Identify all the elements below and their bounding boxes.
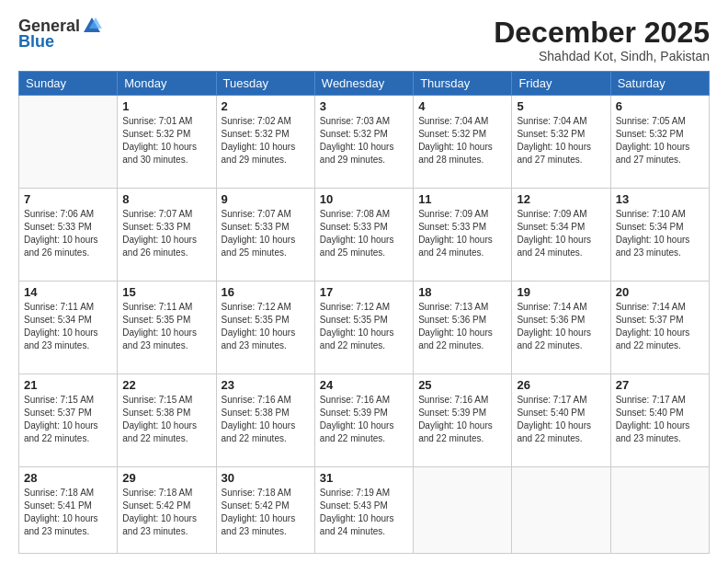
calendar-cell: 19Sunrise: 7:14 AM Sunset: 5:36 PM Dayli… xyxy=(512,282,610,374)
calendar-cell: 17Sunrise: 7:12 AM Sunset: 5:35 PM Dayli… xyxy=(314,282,413,374)
day-number: 13 xyxy=(616,192,704,206)
day-number: 8 xyxy=(122,192,210,206)
day-number: 24 xyxy=(320,378,408,392)
calendar-cell xyxy=(414,466,512,553)
day-info: Sunrise: 7:06 AM Sunset: 5:33 PM Dayligh… xyxy=(24,208,112,259)
calendar-header-thursday: Thursday xyxy=(414,72,512,96)
day-info: Sunrise: 7:18 AM Sunset: 5:41 PM Dayligh… xyxy=(24,487,112,538)
day-number: 5 xyxy=(517,99,605,113)
day-info: Sunrise: 7:03 AM Sunset: 5:32 PM Dayligh… xyxy=(320,115,408,167)
logo-icon xyxy=(82,16,102,36)
calendar-cell: 20Sunrise: 7:14 AM Sunset: 5:37 PM Dayli… xyxy=(610,282,709,374)
day-number: 7 xyxy=(24,192,112,206)
calendar-cell: 4Sunrise: 7:04 AM Sunset: 5:32 PM Daylig… xyxy=(414,96,512,189)
calendar-cell: 29Sunrise: 7:18 AM Sunset: 5:42 PM Dayli… xyxy=(118,466,216,553)
day-number: 27 xyxy=(616,378,704,392)
day-info: Sunrise: 7:01 AM Sunset: 5:32 PM Dayligh… xyxy=(122,115,210,167)
day-info: Sunrise: 7:04 AM Sunset: 5:32 PM Dayligh… xyxy=(517,115,605,167)
page: General Blue December 2025 Shahdad Kot, … xyxy=(0,0,728,563)
day-info: Sunrise: 7:07 AM Sunset: 5:33 PM Dayligh… xyxy=(122,208,210,259)
day-number: 4 xyxy=(418,99,506,113)
calendar-cell xyxy=(512,466,610,553)
logo: General Blue xyxy=(18,17,102,52)
calendar-week-4: 21Sunrise: 7:15 AM Sunset: 5:37 PM Dayli… xyxy=(19,374,710,467)
day-info: Sunrise: 7:12 AM Sunset: 5:35 PM Dayligh… xyxy=(222,301,310,352)
title-block: December 2025 Shahdad Kot, Sindh, Pakist… xyxy=(494,17,710,63)
day-number: 18 xyxy=(418,285,506,299)
day-number: 14 xyxy=(24,285,112,299)
logo-blue: Blue xyxy=(18,32,54,52)
calendar-header-tuesday: Tuesday xyxy=(216,72,314,96)
day-number: 1 xyxy=(122,99,210,113)
calendar-week-1: 1Sunrise: 7:01 AM Sunset: 5:32 PM Daylig… xyxy=(19,96,710,189)
day-info: Sunrise: 7:12 AM Sunset: 5:35 PM Dayligh… xyxy=(320,301,408,352)
day-number: 30 xyxy=(222,471,310,485)
calendar-cell: 31Sunrise: 7:19 AM Sunset: 5:43 PM Dayli… xyxy=(314,466,413,553)
day-number: 6 xyxy=(616,99,704,113)
day-info: Sunrise: 7:07 AM Sunset: 5:33 PM Dayligh… xyxy=(222,208,310,259)
calendar-cell xyxy=(19,96,118,189)
calendar-cell: 2Sunrise: 7:02 AM Sunset: 5:32 PM Daylig… xyxy=(216,96,314,189)
calendar-cell: 15Sunrise: 7:11 AM Sunset: 5:35 PM Dayli… xyxy=(118,282,216,374)
calendar-week-2: 7Sunrise: 7:06 AM Sunset: 5:33 PM Daylig… xyxy=(19,189,710,282)
calendar-cell: 25Sunrise: 7:16 AM Sunset: 5:39 PM Dayli… xyxy=(414,374,512,467)
calendar: SundayMondayTuesdayWednesdayThursdayFrid… xyxy=(18,71,710,554)
day-number: 2 xyxy=(222,99,310,113)
day-info: Sunrise: 7:09 AM Sunset: 5:34 PM Dayligh… xyxy=(517,208,605,259)
day-number: 11 xyxy=(418,192,506,206)
day-number: 16 xyxy=(222,285,310,299)
day-info: Sunrise: 7:02 AM Sunset: 5:32 PM Dayligh… xyxy=(222,115,310,167)
day-info: Sunrise: 7:10 AM Sunset: 5:34 PM Dayligh… xyxy=(616,208,704,259)
calendar-cell xyxy=(610,466,709,553)
calendar-header-monday: Monday xyxy=(118,72,216,96)
calendar-cell: 13Sunrise: 7:10 AM Sunset: 5:34 PM Dayli… xyxy=(610,189,709,282)
day-info: Sunrise: 7:17 AM Sunset: 5:40 PM Dayligh… xyxy=(517,394,605,445)
location: Shahdad Kot, Sindh, Pakistan xyxy=(494,49,710,63)
calendar-header-row: SundayMondayTuesdayWednesdayThursdayFrid… xyxy=(19,72,710,96)
calendar-cell: 18Sunrise: 7:13 AM Sunset: 5:36 PM Dayli… xyxy=(414,282,512,374)
day-info: Sunrise: 7:16 AM Sunset: 5:38 PM Dayligh… xyxy=(222,394,310,445)
calendar-cell: 23Sunrise: 7:16 AM Sunset: 5:38 PM Dayli… xyxy=(216,374,314,467)
calendar-cell: 5Sunrise: 7:04 AM Sunset: 5:32 PM Daylig… xyxy=(512,96,610,189)
calendar-cell: 21Sunrise: 7:15 AM Sunset: 5:37 PM Dayli… xyxy=(19,374,118,467)
calendar-cell: 16Sunrise: 7:12 AM Sunset: 5:35 PM Dayli… xyxy=(216,282,314,374)
header: General Blue December 2025 Shahdad Kot, … xyxy=(18,17,710,63)
day-number: 20 xyxy=(616,285,704,299)
calendar-cell: 14Sunrise: 7:11 AM Sunset: 5:34 PM Dayli… xyxy=(19,282,118,374)
day-number: 3 xyxy=(320,99,408,113)
day-info: Sunrise: 7:13 AM Sunset: 5:36 PM Dayligh… xyxy=(418,301,506,352)
day-info: Sunrise: 7:08 AM Sunset: 5:33 PM Dayligh… xyxy=(320,208,408,259)
day-info: Sunrise: 7:11 AM Sunset: 5:34 PM Dayligh… xyxy=(24,301,112,352)
day-number: 10 xyxy=(320,192,408,206)
day-number: 17 xyxy=(320,285,408,299)
calendar-cell: 30Sunrise: 7:18 AM Sunset: 5:42 PM Dayli… xyxy=(216,466,314,553)
day-number: 21 xyxy=(24,378,112,392)
day-number: 22 xyxy=(122,378,210,392)
month-title: December 2025 xyxy=(494,17,710,49)
day-info: Sunrise: 7:18 AM Sunset: 5:42 PM Dayligh… xyxy=(222,487,310,538)
calendar-cell: 27Sunrise: 7:17 AM Sunset: 5:40 PM Dayli… xyxy=(610,374,709,467)
day-number: 25 xyxy=(418,378,506,392)
calendar-cell: 1Sunrise: 7:01 AM Sunset: 5:32 PM Daylig… xyxy=(118,96,216,189)
day-info: Sunrise: 7:11 AM Sunset: 5:35 PM Dayligh… xyxy=(122,301,210,352)
day-info: Sunrise: 7:14 AM Sunset: 5:37 PM Dayligh… xyxy=(616,301,704,352)
calendar-cell: 7Sunrise: 7:06 AM Sunset: 5:33 PM Daylig… xyxy=(19,189,118,282)
day-number: 12 xyxy=(517,192,605,206)
calendar-cell: 11Sunrise: 7:09 AM Sunset: 5:33 PM Dayli… xyxy=(414,189,512,282)
calendar-cell: 26Sunrise: 7:17 AM Sunset: 5:40 PM Dayli… xyxy=(512,374,610,467)
calendar-header-saturday: Saturday xyxy=(610,72,709,96)
day-number: 23 xyxy=(222,378,310,392)
day-info: Sunrise: 7:04 AM Sunset: 5:32 PM Dayligh… xyxy=(418,115,506,167)
calendar-week-5: 28Sunrise: 7:18 AM Sunset: 5:41 PM Dayli… xyxy=(19,466,710,553)
calendar-cell: 24Sunrise: 7:16 AM Sunset: 5:39 PM Dayli… xyxy=(314,374,413,467)
day-number: 9 xyxy=(222,192,310,206)
day-info: Sunrise: 7:14 AM Sunset: 5:36 PM Dayligh… xyxy=(517,301,605,352)
calendar-week-3: 14Sunrise: 7:11 AM Sunset: 5:34 PM Dayli… xyxy=(19,282,710,374)
calendar-cell: 8Sunrise: 7:07 AM Sunset: 5:33 PM Daylig… xyxy=(118,189,216,282)
day-info: Sunrise: 7:18 AM Sunset: 5:42 PM Dayligh… xyxy=(122,487,210,538)
day-info: Sunrise: 7:16 AM Sunset: 5:39 PM Dayligh… xyxy=(320,394,408,445)
calendar-cell: 12Sunrise: 7:09 AM Sunset: 5:34 PM Dayli… xyxy=(512,189,610,282)
calendar-header-friday: Friday xyxy=(512,72,610,96)
calendar-header-sunday: Sunday xyxy=(19,72,118,96)
day-number: 28 xyxy=(24,471,112,485)
